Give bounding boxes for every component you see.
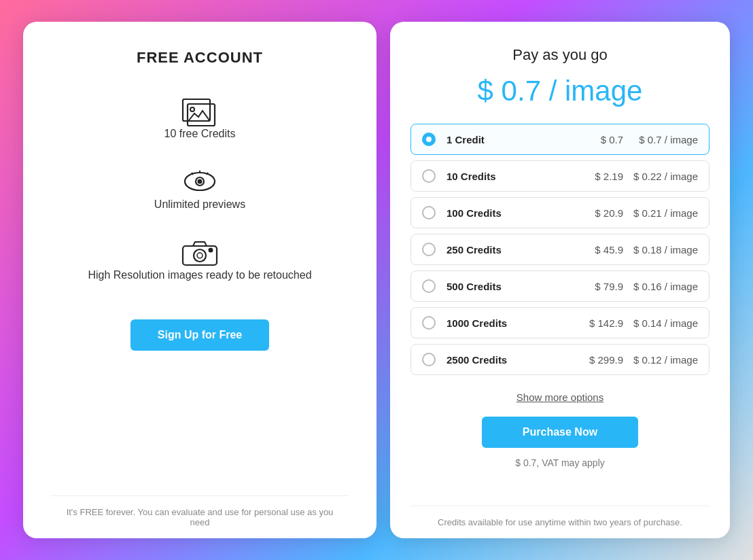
credit-row-10[interactable]: 10 Credits $ 2.19 $ 0.22 / image [410, 160, 710, 192]
svg-point-12 [209, 249, 213, 252]
signup-button[interactable]: Sign Up for Free [130, 319, 269, 351]
radio-1 [422, 133, 436, 146]
free-account-card: FREE ACCOUNT 10 free Credits [23, 22, 376, 538]
credit-per-image-1000: $ 0.14 / image [623, 317, 698, 329]
credit-price-250: $ 45.9 [576, 244, 623, 256]
credit-price-1: $ 0.7 [576, 134, 623, 145]
free-account-footer: It's FREE forever. You can evaluate and … [50, 495, 349, 538]
radio-500 [422, 279, 436, 293]
vat-note: $ 0.7, VAT may apply [515, 457, 605, 468]
credit-price-100: $ 20.9 [576, 207, 623, 219]
credit-row-500[interactable]: 500 Credits $ 79.9 $ 0.16 / image [410, 270, 710, 302]
eye-label: Unlimited previews [154, 198, 245, 211]
credit-price-1000: $ 142.9 [576, 317, 623, 329]
credit-per-image-500: $ 0.16 / image [623, 281, 698, 292]
credit-name-250: 250 Credits [446, 244, 576, 256]
gallery-label: 10 free Credits [164, 128, 236, 140]
show-more-options[interactable]: Show more options [516, 391, 603, 403]
credit-options: 1 Credit $ 0.7 $ 0.7 / image 10 Credits … [410, 124, 710, 375]
purchase-button[interactable]: Purchase Now [482, 417, 638, 448]
pay-title: Pay as you go [512, 46, 607, 64]
camera-icon [179, 235, 220, 269]
credit-name-10: 10 Credits [446, 171, 576, 182]
svg-point-11 [197, 253, 203, 258]
credit-row-2500[interactable]: 2500 Credits $ 299.9 $ 0.12 / image [410, 344, 710, 375]
feature-gallery: 10 free Credits [164, 94, 236, 140]
credit-row-250[interactable]: 250 Credits $ 45.9 $ 0.18 / image [410, 234, 710, 265]
pay-card-footer: Credits available for use anytime within… [410, 506, 710, 538]
credit-row-1[interactable]: 1 Credit $ 0.7 $ 0.7 / image [410, 124, 710, 155]
credit-row-1000[interactable]: 1000 Credits $ 142.9 $ 0.14 / image [410, 307, 710, 338]
credit-per-image-100: $ 0.21 / image [623, 207, 698, 219]
credit-name-1000: 1000 Credits [446, 317, 576, 329]
svg-point-2 [190, 107, 194, 111]
credit-name-500: 500 Credits [446, 281, 576, 292]
credit-price-500: $ 79.9 [576, 281, 623, 292]
radio-1000 [422, 316, 436, 330]
feature-camera: High Resolution images ready to be retou… [88, 235, 311, 281]
credit-per-image-2500: $ 0.12 / image [623, 354, 698, 366]
credit-row-100[interactable]: 100 Credits $ 20.9 $ 0.21 / image [410, 197, 710, 228]
svg-point-5 [198, 180, 201, 183]
credit-name-100: 100 Credits [446, 207, 576, 219]
credit-per-image-250: $ 0.18 / image [623, 244, 698, 256]
credit-per-image-1: $ 0.7 / image [623, 134, 698, 145]
radio-250 [422, 243, 436, 256]
radio-2500 [422, 353, 436, 366]
pay-card: Pay as you go $ 0.7 / image 1 Credit $ 0… [390, 22, 730, 538]
credit-price-2500: $ 299.9 [576, 354, 623, 366]
credit-name-1: 1 Credit [446, 134, 576, 145]
radio-100 [422, 206, 436, 220]
credit-per-image-10: $ 0.22 / image [623, 171, 698, 182]
gallery-icon [179, 94, 220, 128]
credit-name-2500: 2500 Credits [446, 354, 576, 366]
eye-icon [179, 164, 220, 198]
credit-price-10: $ 2.19 [576, 171, 623, 182]
radio-10 [422, 169, 436, 183]
page-container: FREE ACCOUNT 10 free Credits [0, 1, 753, 559]
camera-label: High Resolution images ready to be retou… [88, 269, 311, 281]
price-display: $ 0.7 / image [478, 75, 643, 107]
free-account-title: FREE ACCOUNT [137, 49, 263, 67]
svg-point-10 [194, 249, 206, 262]
feature-eye: Unlimited previews [154, 164, 245, 211]
